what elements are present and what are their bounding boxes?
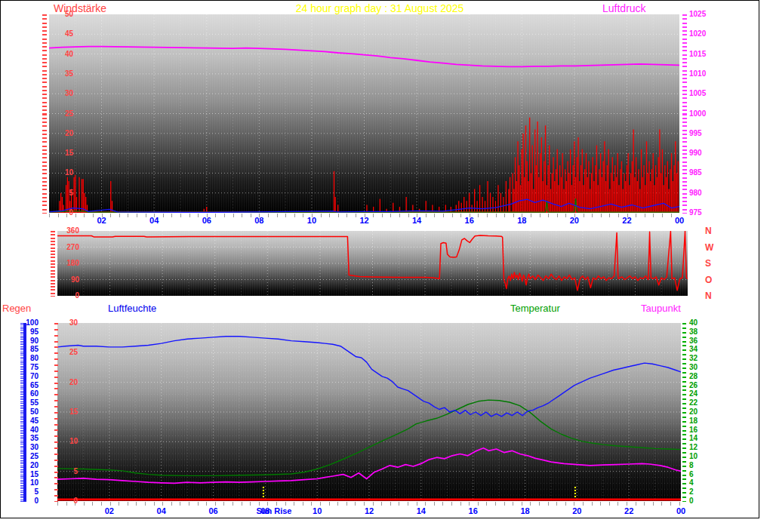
- axis-tick-label: 20: [689, 408, 712, 416]
- temperature-axis-ticks: [682, 323, 686, 502]
- hour-label: 14: [417, 506, 426, 515]
- hour-label: 10: [313, 506, 322, 515]
- hour-label: 08: [260, 506, 269, 515]
- hour-label: 02: [105, 506, 114, 515]
- rain-left-axis: 302520151050: [29, 323, 54, 501]
- axis-tick-label: 980: [689, 189, 719, 197]
- wind-left-axis: 50454035302520151050: [7, 14, 40, 213]
- axis-tick-label: 30: [689, 364, 712, 371]
- hour-label: 06: [202, 216, 211, 225]
- axis-tick-label: 14: [689, 435, 712, 442]
- hour-label: 22: [622, 216, 631, 225]
- humidity-left-axis: 1009590858075706560555045403530252015105…: [2, 323, 20, 501]
- hour-label: 16: [469, 506, 478, 515]
- hour-label: 16: [465, 216, 474, 225]
- rain-axis-ticks: [54, 323, 58, 502]
- axis-tick-label: 1025: [689, 11, 719, 18]
- wind-left-axis-ticks: [42, 14, 47, 214]
- rain-label: Regen: [2, 303, 31, 314]
- graph-window-frame: Windstärke 24 hour graph day : 31 August…: [0, 0, 759, 518]
- axis-tick-label: 40: [689, 319, 712, 327]
- hour-label: 14: [412, 216, 421, 225]
- hour-label: 04: [157, 506, 166, 515]
- axis-tick-label: 22: [689, 399, 712, 407]
- top-xaxis-labels: 020406081012141618202200: [49, 216, 679, 226]
- weather-24h-graph-page: Windstärke 24 hour graph day : 31 August…: [0, 0, 773, 532]
- axis-tick-label: 1005: [689, 90, 719, 97]
- direction-left-axis: 360270180900: [16, 231, 48, 296]
- bottom-xaxis-labels: Sun Rise 020406081012141618202200: [57, 506, 681, 517]
- hour-label: 20: [572, 506, 581, 515]
- hour-label: 10: [307, 216, 316, 225]
- wind-pressure-plot: [49, 14, 679, 213]
- hour-label: 18: [520, 506, 529, 515]
- axis-tick-label: 16: [689, 426, 712, 434]
- hour-label: 20: [570, 216, 579, 225]
- axis-tick-label: 975: [689, 209, 719, 217]
- temperature-right-axis: 4038363432302826242220181614121086420: [689, 323, 712, 501]
- hour-label: 06: [208, 506, 217, 515]
- wind-direction-plot: [57, 231, 688, 296]
- hour-label: 04: [149, 216, 159, 225]
- axis-tick-label: 34: [689, 346, 712, 353]
- humidity-label: Luftfeuchte: [108, 303, 156, 314]
- axis-tick-label: 12: [689, 444, 712, 451]
- axis-tick-label: 0: [689, 497, 712, 505]
- axis-tick-label: 4: [689, 479, 712, 487]
- axis-tick-label: 1015: [689, 51, 719, 58]
- axis-tick-label: 24: [689, 390, 712, 398]
- hour-label: 12: [365, 506, 374, 515]
- humidity-temp-dew-plot: [57, 323, 681, 501]
- axis-tick-label: W: [705, 244, 720, 251]
- bottom-xaxis-minor-ticks: [57, 502, 681, 506]
- axis-tick-label: 28: [689, 373, 712, 380]
- pressure-right-axis-ticks: [682, 14, 687, 214]
- direction-compass-axis: NWSON: [705, 231, 720, 296]
- axis-tick-label: N: [705, 227, 720, 235]
- direction-left-axis-ticks: [51, 231, 55, 297]
- axis-tick-label: 995: [689, 130, 719, 137]
- axis-tick-label: 2: [689, 488, 712, 496]
- hour-label: 02: [97, 216, 106, 225]
- axis-tick-label: 8: [689, 462, 712, 469]
- axis-tick-label: O: [705, 276, 720, 284]
- hour-label: 18: [517, 216, 526, 225]
- axis-tick-label: N: [705, 292, 720, 300]
- axis-tick-label: 32: [689, 355, 712, 362]
- axis-tick-label: S: [705, 260, 720, 267]
- wind-direction-chart: [57, 231, 688, 296]
- humidity-axis-bar: [23, 323, 26, 502]
- axis-tick-label: 1000: [689, 110, 719, 118]
- axis-tick-label: 990: [689, 149, 719, 157]
- hour-label: 00: [676, 506, 685, 515]
- wind-pressure-chart: [49, 14, 679, 213]
- temperature-label: Temperatur: [510, 303, 560, 314]
- axis-tick-label: 10: [689, 453, 712, 460]
- axis-tick-label: 26: [689, 382, 712, 389]
- axis-tick-label: 36: [689, 337, 712, 345]
- axis-tick-label: 6: [689, 471, 712, 478]
- dewpoint-label: Taupunkt: [641, 303, 681, 314]
- axis-tick-label: 1020: [689, 30, 719, 38]
- pressure-right-axis: 102510201015101010051000995990985980975: [689, 14, 719, 213]
- pressure-label: Luftdruck: [602, 2, 646, 14]
- axis-tick-label: 38: [689, 328, 712, 336]
- axis-tick-label: 18: [689, 417, 712, 425]
- hour-label: 08: [254, 216, 263, 225]
- axis-tick-label: 1010: [689, 70, 719, 78]
- humidity-temp-dew-chart: [57, 323, 681, 501]
- axis-tick-label: 985: [689, 169, 719, 177]
- hour-label: 00: [675, 216, 684, 225]
- hour-label: 12: [359, 216, 368, 225]
- hour-label: 22: [624, 506, 633, 515]
